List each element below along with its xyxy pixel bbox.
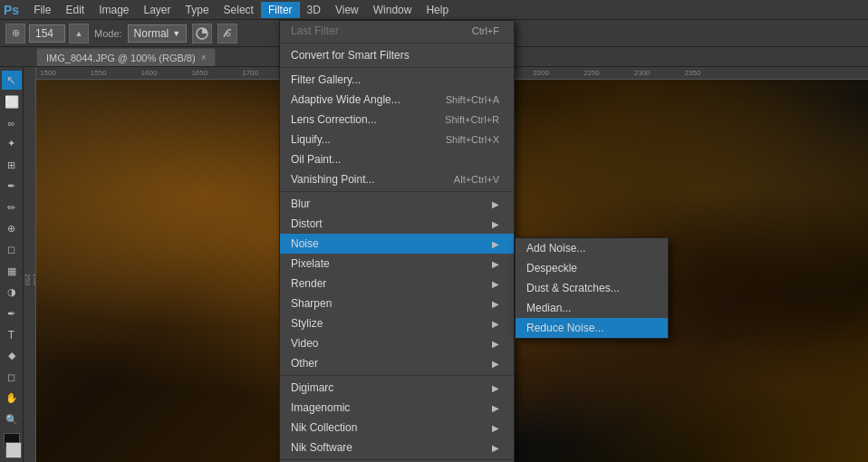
menu-last-filter[interactable]: Last Filter Ctrl+F (280, 21, 514, 41)
brush-tool-options: ⊕ 154 ▲ (5, 24, 89, 43)
menu-oil-paint[interactable]: Oil Paint... (280, 149, 514, 169)
brush-size-up[interactable]: ▲ (69, 24, 89, 43)
menu-image[interactable]: Image (92, 2, 136, 18)
tool-dodge[interactable]: ◑ (2, 283, 22, 302)
flow-icon[interactable] (192, 24, 212, 43)
brush-preset-picker[interactable]: ⊕ (5, 24, 25, 43)
menu-imagenomic[interactable]: Imagenomic ▶ (280, 398, 514, 418)
menu-noise[interactable]: Noise ▶ (280, 234, 514, 254)
tool-brush[interactable]: ✏ (2, 197, 22, 217)
mode-dropdown-arrow: ▼ (172, 29, 180, 38)
menu-reduce-noise[interactable]: Reduce Noise... (516, 318, 668, 338)
menu-pixelate[interactable]: Pixelate ▶ (280, 254, 514, 274)
menu-filter-gallery[interactable]: Filter Gallery... (280, 70, 514, 90)
tool-shape[interactable]: ◻ (2, 368, 22, 387)
separator-2 (280, 67, 514, 68)
tool-magic-wand[interactable]: ✦ (2, 134, 22, 153)
menu-adaptive-wide[interactable]: Adaptive Wide Angle... Shift+Ctrl+A (280, 90, 514, 110)
menu-bar: Ps File Edit Image Layer Type Select Fil… (0, 0, 868, 20)
tool-eyedropper[interactable]: ✒ (2, 177, 22, 196)
menu-filter[interactable]: Filter (261, 2, 300, 18)
menu-median[interactable]: Median... (516, 298, 668, 318)
separator-3 (280, 191, 514, 192)
menu-add-noise[interactable]: Add Noise... (516, 238, 668, 258)
separator-4 (280, 375, 514, 376)
menu-video[interactable]: Video ▶ (280, 333, 514, 353)
menu-digimarc[interactable]: Digimarc ▶ (280, 378, 514, 398)
menu-other[interactable]: Other ▶ (280, 353, 514, 373)
tool-eraser[interactable]: ◻ (2, 240, 22, 259)
menu-edit[interactable]: Edit (58, 2, 92, 18)
tool-crop[interactable]: ⊞ (2, 156, 22, 175)
menu-render[interactable]: Render ▶ (280, 274, 514, 294)
background-color[interactable] (5, 442, 22, 458)
tool-text[interactable]: T (2, 325, 22, 344)
tab-label: IMG_8044.JPG @ 100% (RGB/8) (46, 53, 196, 63)
menu-distort[interactable]: Distort ▶ (280, 214, 514, 234)
menu-despeckle[interactable]: Despeckle (516, 258, 668, 278)
mode-select[interactable]: Normal ▼ (128, 24, 188, 43)
opacity-icon (195, 26, 209, 41)
menu-layer[interactable]: Layer (137, 2, 178, 18)
menu-stylize[interactable]: Stylize ▶ (280, 313, 514, 333)
menu-lens-correction[interactable]: Lens Correction... Shift+Ctrl+R (280, 110, 514, 130)
tab-close-button[interactable]: × (201, 53, 207, 63)
menu-help[interactable]: Help (419, 2, 456, 18)
menu-nik-software[interactable]: Nik Software ▶ (280, 438, 514, 457)
pressure-icon[interactable] (217, 24, 237, 43)
tool-lasso[interactable]: ∞ (2, 113, 22, 132)
brush-size-input[interactable]: 154 (29, 24, 65, 43)
ruler-vertical: 0 50 100 150 200 250 (24, 67, 36, 462)
stylus-icon (220, 26, 235, 41)
menu-3d[interactable]: 3D (300, 2, 328, 18)
menu-view[interactable]: View (328, 2, 366, 18)
menu-nik-collection[interactable]: Nik Collection ▶ (280, 418, 514, 438)
tool-marquee[interactable]: ⬜ (2, 91, 22, 111)
menu-window[interactable]: Window (366, 2, 420, 18)
menu-select[interactable]: Select (217, 2, 261, 18)
menu-convert-smart[interactable]: Convert for Smart Filters (280, 45, 514, 65)
menu-blur[interactable]: Blur ▶ (280, 194, 514, 214)
app-logo: Ps (4, 3, 19, 17)
separator-1 (280, 43, 514, 43)
tool-hand[interactable]: ✋ (2, 389, 22, 408)
tool-path[interactable]: ◆ (2, 346, 22, 365)
svg-point-1 (227, 33, 230, 36)
separator-5 (280, 459, 514, 460)
menu-sharpen[interactable]: Sharpen ▶ (280, 294, 514, 313)
menu-type[interactable]: Type (178, 2, 217, 18)
document-tab[interactable]: IMG_8044.JPG @ 100% (RGB/8) × (36, 48, 216, 66)
filter-menu: Last Filter Ctrl+F Convert for Smart Fil… (279, 20, 515, 462)
menu-dust-scratches[interactable]: Dust & Scratches... (516, 278, 668, 298)
menu-liquify[interactable]: Liquify... Shift+Ctrl+X (280, 130, 514, 149)
menu-file[interactable]: File (26, 2, 58, 18)
menu-vanishing-point[interactable]: Vanishing Point... Alt+Ctrl+V (280, 169, 514, 189)
tool-move[interactable]: ↖ (2, 71, 22, 90)
tool-zoom[interactable]: 🔍 (2, 410, 22, 429)
tool-pen[interactable]: ✒ (2, 303, 22, 322)
mode-label: Mode: (94, 28, 122, 39)
tool-gradient[interactable]: ▦ (2, 262, 22, 281)
noise-submenu: Add Noise... Despeckle Dust & Scratches.… (515, 237, 669, 339)
tool-clone[interactable]: ⊕ (2, 219, 22, 238)
tools-panel: ↖ ⬜ ∞ ✦ ⊞ ✒ ✏ ⊕ ◻ ▦ ◑ ✒ T ◆ ◻ ✋ 🔍 (0, 67, 24, 462)
